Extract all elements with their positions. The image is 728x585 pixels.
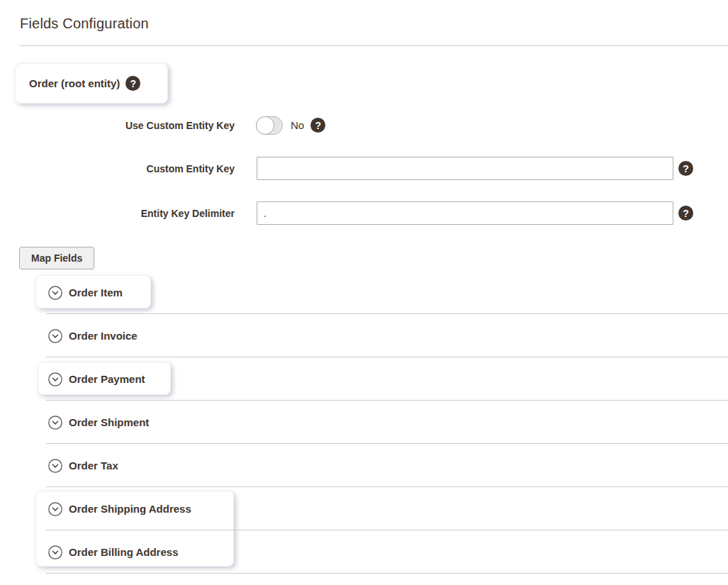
section-header-order-tax[interactable]: Order Tax: [48, 444, 118, 487]
section-header-order-shipping-address[interactable]: Order Shipping Address: [48, 487, 191, 530]
chevron-down-circle-icon: [48, 329, 62, 343]
chevron-down-circle-icon: [48, 459, 62, 473]
row-divider: [46, 443, 728, 444]
map-fields-button[interactable]: Map Fields: [19, 247, 94, 269]
section-header-order-billing-address[interactable]: Order Billing Address: [48, 530, 178, 574]
toggle-knob[interactable]: [256, 116, 274, 135]
field-row-custom-entity-key: Custom Entity Key ?: [0, 157, 693, 180]
custom-entity-key-input[interactable]: [257, 157, 673, 180]
title-divider: [20, 45, 728, 46]
row-divider: [46, 573, 728, 574]
section-label: Order Payment: [69, 373, 145, 385]
help-icon[interactable]: ?: [678, 206, 693, 221]
section-header-order-shipment[interactable]: Order Shipment: [48, 401, 149, 444]
section-row-order-invoice: Order Invoice: [0, 314, 728, 357]
entity-sections-list: Order Item Order Invoice Order Pa: [0, 271, 728, 574]
section-header-order-invoice[interactable]: Order Invoice: [48, 314, 138, 357]
root-entity-label: Order (root entity): [29, 77, 120, 89]
chevron-down-circle-icon: [48, 286, 62, 300]
help-icon[interactable]: ?: [125, 76, 140, 91]
fields-configuration-page: Fields Configuration Order (root entity)…: [0, 0, 728, 585]
section-label: Order Item: [69, 286, 123, 299]
chevron-down-circle-icon: [48, 416, 62, 430]
section-row-order-item: Order Item: [0, 271, 728, 314]
chevron-down-circle-icon: [48, 545, 62, 559]
page-title: Fields Configuration: [20, 16, 149, 32]
section-label: Order Shipment: [69, 416, 149, 428]
section-row-order-payment: Order Payment: [0, 357, 728, 401]
toggle-state-label: No: [291, 119, 304, 131]
field-row-entity-key-delimiter: Entity Key Delimiter ?: [0, 201, 693, 225]
section-row-order-shipping-address: Order Shipping Address: [0, 487, 728, 530]
section-header-order-payment[interactable]: Order Payment: [48, 357, 145, 401]
field-row-use-custom-entity-key: Use Custom Entity Key No ?: [0, 113, 325, 137]
section-row-order-billing-address: Order Billing Address: [0, 530, 728, 574]
section-row-order-shipment: Order Shipment: [0, 401, 728, 444]
section-row-order-tax: Order Tax: [0, 444, 728, 487]
entity-key-delimiter-label: Entity Key Delimiter: [0, 208, 235, 219]
row-divider: [46, 313, 728, 314]
use-custom-entity-key-label: Use Custom Entity Key: [0, 120, 235, 131]
help-icon[interactable]: ?: [678, 161, 693, 176]
help-icon[interactable]: ?: [310, 118, 325, 133]
section-label: Order Invoice: [69, 330, 138, 342]
row-divider: [46, 357, 728, 357]
section-header-order-item[interactable]: Order Item: [48, 271, 123, 314]
section-label: Order Tax: [69, 459, 118, 472]
section-label: Order Billing Address: [69, 546, 178, 558]
section-label: Order Shipping Address: [69, 503, 191, 515]
use-custom-entity-key-toggle[interactable]: [256, 116, 283, 135]
custom-entity-key-label: Custom Entity Key: [0, 163, 235, 174]
root-entity-header[interactable]: Order (root entity) ?: [15, 63, 168, 104]
entity-key-delimiter-input[interactable]: [257, 201, 673, 225]
chevron-down-circle-icon: [48, 502, 62, 516]
chevron-down-circle-icon: [48, 372, 62, 386]
